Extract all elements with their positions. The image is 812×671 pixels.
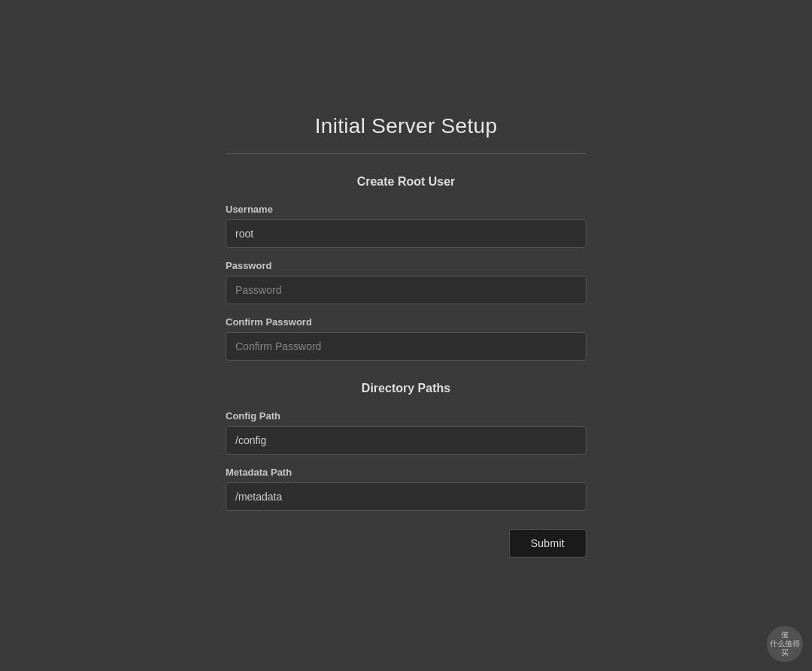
password-label: Password [226,260,586,271]
create-root-user-heading: Create Root User [226,175,586,189]
username-group: Username [226,204,586,248]
watermark: 值什么值得买 [767,626,803,662]
metadata-path-label: Metadata Path [226,467,586,478]
submit-button[interactable]: Submit [509,529,586,558]
confirm-password-group: Confirm Password [226,316,586,361]
page-title: Initial Server Setup [226,114,586,138]
username-label: Username [226,204,586,215]
directory-paths-heading: Directory Paths [226,382,586,395]
config-path-label: Config Path [226,410,586,422]
config-path-group: Config Path [226,410,586,455]
create-root-user-section: Create Root User Username Password Confi… [226,175,586,361]
submit-row: Submit [226,529,586,558]
config-path-input[interactable] [226,426,586,455]
confirm-password-label: Confirm Password [226,316,586,328]
confirm-password-input[interactable] [226,332,586,361]
watermark-text: 值什么值得买 [767,630,803,657]
metadata-path-group: Metadata Path [226,467,586,511]
username-input[interactable] [226,219,586,248]
form-card: Initial Server Setup Create Root User Us… [226,84,586,588]
metadata-path-input[interactable] [226,482,586,511]
directory-paths-section: Directory Paths Config Path Metadata Pat… [226,382,586,511]
page-container: Initial Server Setup Create Root User Us… [0,0,812,671]
section-divider [226,153,586,154]
password-input[interactable] [226,276,586,304]
password-group: Password [226,260,586,304]
